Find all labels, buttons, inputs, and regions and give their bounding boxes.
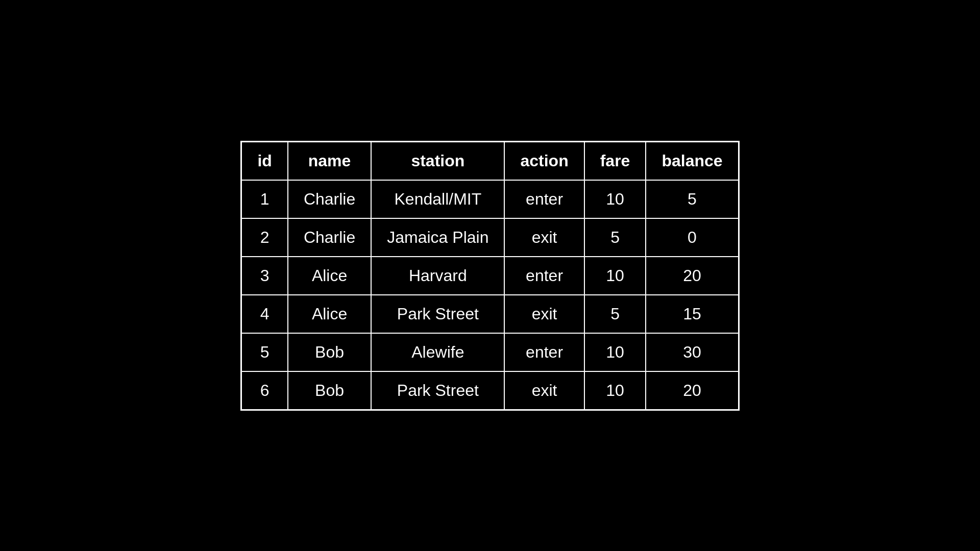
cell-station: Alewife	[371, 333, 504, 371]
cell-station: Park Street	[371, 371, 504, 410]
cell-balance: 20	[646, 257, 739, 295]
cell-balance: 30	[646, 333, 739, 371]
cell-name: Alice	[288, 257, 371, 295]
cell-id: 3	[241, 257, 288, 295]
col-header-name: name	[288, 141, 371, 180]
cell-name: Charlie	[288, 218, 371, 257]
col-header-station: station	[371, 141, 504, 180]
cell-id: 4	[241, 295, 288, 333]
cell-station: Jamaica Plain	[371, 218, 504, 257]
cell-name: Charlie	[288, 180, 371, 218]
table-row: 6BobPark Streetexit1020	[241, 371, 739, 410]
cell-name: Alice	[288, 295, 371, 333]
cell-balance: 0	[646, 218, 739, 257]
cell-fare: 5	[584, 218, 646, 257]
cell-id: 6	[241, 371, 288, 410]
col-header-fare: fare	[584, 141, 646, 180]
table-row: 4AlicePark Streetexit515	[241, 295, 739, 333]
cell-balance: 15	[646, 295, 739, 333]
cell-action: enter	[504, 333, 584, 371]
cell-fare: 10	[584, 333, 646, 371]
table-row: 3AliceHarvardenter1020	[241, 257, 739, 295]
cell-balance: 5	[646, 180, 739, 218]
cell-balance: 20	[646, 371, 739, 410]
cell-action: exit	[504, 371, 584, 410]
cell-action: exit	[504, 295, 584, 333]
header-row: id name station action fare balance	[241, 141, 739, 180]
table-row: 2CharlieJamaica Plainexit50	[241, 218, 739, 257]
cell-fare: 10	[584, 180, 646, 218]
table-container: id name station action fare balance 1Cha…	[240, 141, 739, 411]
col-header-id: id	[241, 141, 288, 180]
cell-fare: 10	[584, 371, 646, 410]
cell-action: exit	[504, 218, 584, 257]
col-header-action: action	[504, 141, 584, 180]
table-row: 5BobAlewifeenter1030	[241, 333, 739, 371]
data-table: id name station action fare balance 1Cha…	[240, 141, 739, 411]
cell-fare: 5	[584, 295, 646, 333]
cell-fare: 10	[584, 257, 646, 295]
table-row: 1CharlieKendall/MITenter105	[241, 180, 739, 218]
cell-station: Harvard	[371, 257, 504, 295]
cell-action: enter	[504, 257, 584, 295]
cell-station: Kendall/MIT	[371, 180, 504, 218]
cell-id: 5	[241, 333, 288, 371]
cell-name: Bob	[288, 333, 371, 371]
cell-station: Park Street	[371, 295, 504, 333]
cell-name: Bob	[288, 371, 371, 410]
cell-action: enter	[504, 180, 584, 218]
col-header-balance: balance	[646, 141, 739, 180]
cell-id: 2	[241, 218, 288, 257]
cell-id: 1	[241, 180, 288, 218]
